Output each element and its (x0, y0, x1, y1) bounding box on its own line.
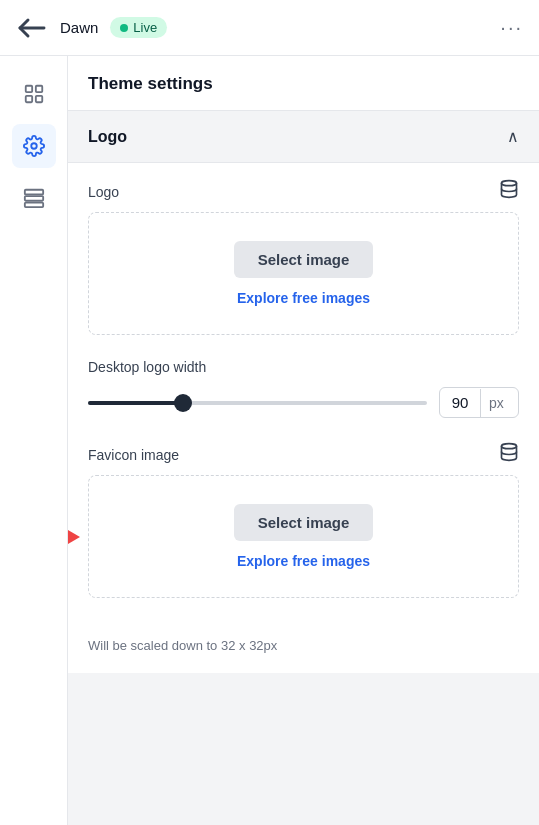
section-content-logo: Logo Select image Explore free images (68, 163, 539, 626)
arrow-head (68, 530, 80, 544)
sidebar-item-layout[interactable] (12, 72, 56, 116)
logo-field-label: Logo (88, 179, 519, 204)
slider-unit: px (480, 389, 512, 417)
logo-image-picker: Select image Explore free images (88, 212, 519, 335)
sidebar (0, 56, 68, 825)
slider-fill (88, 401, 183, 405)
favicon-field-label: Favicon image (88, 442, 519, 467)
favicon-image-picker: Select image Explore free images (88, 475, 519, 598)
svg-rect-2 (25, 96, 31, 102)
content-area: Theme settings Logo ∧ Logo (68, 56, 539, 825)
field-desktop-logo-width: Desktop logo width 90 px (88, 343, 519, 426)
svg-rect-1 (35, 86, 41, 92)
live-dot (120, 24, 128, 32)
db-icon-favicon (499, 442, 519, 467)
back-button[interactable] (16, 12, 48, 44)
explore-logo-images-link[interactable]: Explore free images (237, 290, 370, 306)
chevron-up-icon: ∧ (507, 127, 519, 146)
svg-point-4 (31, 143, 37, 149)
svg-point-9 (502, 444, 517, 449)
more-button[interactable]: ··· (500, 16, 523, 39)
svg-rect-3 (35, 96, 41, 102)
sidebar-item-sections[interactable] (12, 176, 56, 220)
db-icon-logo (499, 179, 519, 204)
svg-point-8 (502, 181, 517, 186)
sidebar-item-settings[interactable] (12, 124, 56, 168)
store-name: Dawn (60, 19, 98, 36)
settings-header: Theme settings (68, 56, 539, 111)
section-title-logo: Logo (88, 128, 127, 146)
slider-value[interactable]: 90 (440, 388, 480, 417)
live-badge: Live (110, 17, 167, 38)
main-layout: Theme settings Logo ∧ Logo (0, 56, 539, 825)
topbar: Dawn Live ··· (0, 0, 539, 56)
favicon-label-text: Favicon image (88, 447, 179, 463)
field-logo-image: Logo Select image Explore free images (88, 163, 519, 343)
logo-label-text: Logo (88, 184, 119, 200)
red-arrow (68, 530, 80, 544)
svg-rect-5 (24, 190, 42, 195)
settings-title: Theme settings (88, 74, 213, 93)
section-header-logo[interactable]: Logo ∧ (68, 111, 539, 163)
live-label: Live (133, 20, 157, 35)
field-favicon-image: Favicon image (88, 426, 519, 606)
svg-rect-6 (24, 196, 42, 201)
svg-rect-7 (24, 203, 42, 208)
slider-label: Desktop logo width (88, 359, 519, 375)
select-logo-image-button[interactable]: Select image (234, 241, 374, 278)
favicon-footer-note: Will be scaled down to 32 x 32px (68, 626, 539, 673)
slider-row: 90 px (88, 387, 519, 418)
panel-scroll[interactable]: Logo ∧ Logo (68, 111, 539, 825)
svg-rect-0 (25, 86, 31, 92)
select-favicon-image-button[interactable]: Select image (234, 504, 374, 541)
slider-thumb[interactable] (174, 394, 192, 412)
explore-favicon-images-link[interactable]: Explore free images (237, 553, 370, 569)
favicon-picker-container: Select image Explore free images (88, 475, 519, 598)
slider-track[interactable] (88, 401, 427, 405)
slider-value-box: 90 px (439, 387, 519, 418)
